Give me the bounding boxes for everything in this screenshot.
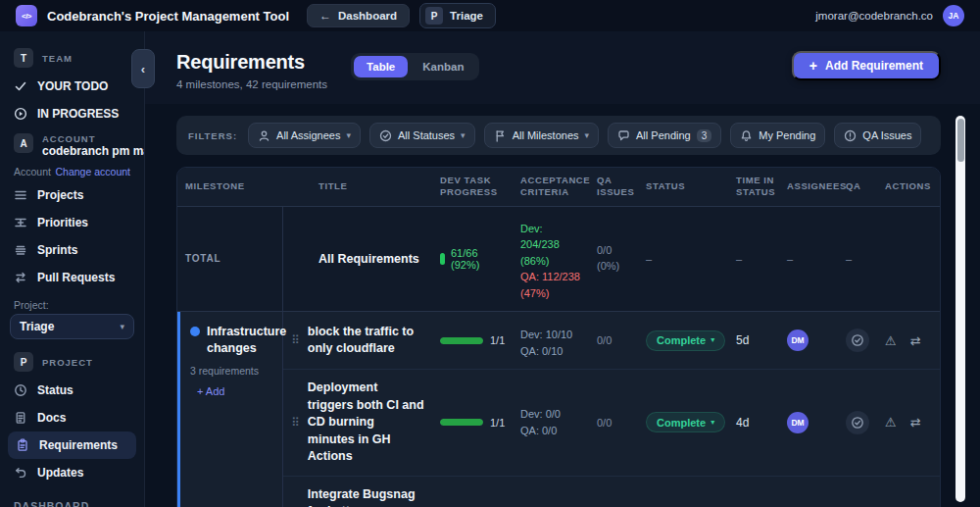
filter-all-statuses[interactable]: All Statuses ▾ <box>369 123 475 148</box>
view-toggle: Table Kanban <box>351 53 479 80</box>
requirement-title[interactable]: Integrate Bugsnag for better debugging a… <box>308 486 424 507</box>
filter-all-milestones[interactable]: All Milestones ▾ <box>484 123 599 148</box>
table-row[interactable]: ⠿ block the traffic to only cloudflare 1… <box>283 312 940 370</box>
triage-button[interactable]: P Triage <box>419 3 496 28</box>
status-badge[interactable]: Complete ▾ <box>646 330 725 351</box>
scrollbar-thumb[interactable] <box>957 119 964 162</box>
assignee-avatar[interactable]: DM <box>787 330 808 351</box>
col-header-status: STATUS <box>638 168 728 206</box>
qa-issues-value: 0/0 <box>589 477 638 507</box>
col-header-actions: ACTIONS <box>877 168 940 206</box>
project-select[interactable]: Triage ▾ <box>10 314 134 339</box>
sidebar-item-priorities[interactable]: Priorities <box>0 209 144 236</box>
app-title: Codebranch's Project Management Tool <box>47 9 289 24</box>
alert-action-icon[interactable]: ⚠ <box>885 416 897 429</box>
kanban-view-button[interactable]: Kanban <box>410 56 476 77</box>
filter-all-pending[interactable]: All Pending 3 <box>608 123 721 148</box>
total-title: All Requirements <box>318 252 419 266</box>
sidebar-item-label: Priorities <box>37 216 88 229</box>
account-block[interactable]: A ACCOUNT codebranch pm man... <box>0 127 144 160</box>
clock-icon <box>14 383 27 397</box>
filters-label: FILTERS: <box>188 130 237 141</box>
project-section-label: PROJECT <box>42 357 93 368</box>
filter-label: My Pending <box>759 129 815 141</box>
chevron-down-icon: ▾ <box>710 419 714 427</box>
drag-handle-icon[interactable]: ⠿ <box>291 416 300 430</box>
sidebar-item-projects[interactable]: Projects <box>0 181 144 209</box>
sidebar-item-docs[interactable]: Docs <box>0 404 144 431</box>
transfer-action-icon[interactable]: ⇄ <box>910 334 921 347</box>
total-time-dash: – <box>728 207 779 312</box>
sidebar-item-your-todo[interactable]: YOUR TODO <box>0 73 144 100</box>
transfer-action-icon[interactable]: ⇄ <box>910 416 921 429</box>
chevron-left-icon: ‹ <box>141 62 145 76</box>
sidebar-collapse-button[interactable]: ‹ <box>131 49 155 88</box>
account-section-label: ACCOUNT <box>42 133 145 144</box>
filter-all-assignees[interactable]: All Assignees ▾ <box>248 123 361 148</box>
time-in-status: 6d <box>728 477 779 507</box>
sidebar-item-requirements[interactable]: Requirements <box>8 431 136 459</box>
filter-label: All Milestones <box>513 129 579 141</box>
filter-qa-issues[interactable]: QA Issues <box>834 123 921 148</box>
sidebar-item-status[interactable]: Status <box>0 377 144 404</box>
sidebar-item-updates[interactable]: Updates <box>0 459 144 486</box>
sidebar-item-label: Sprints <box>37 243 77 257</box>
milestone-cell: Infrastructure changes 3 requirements + … <box>180 312 283 507</box>
add-requirement-button[interactable]: + Add Requirement <box>792 51 941 80</box>
alert-action-icon[interactable]: ⚠ <box>885 334 897 347</box>
requirement-title[interactable]: Deployment triggers both CI and CD burni… <box>308 380 424 466</box>
sidebar-item-label: IN PROGRESS <box>37 107 119 121</box>
total-qa-issues: 0/0 (0%) <box>589 207 638 312</box>
filter-label: All Pending <box>636 129 691 141</box>
acceptance-qa: QA: 0/10 <box>520 343 581 360</box>
col-header-time: TIME IN STATUS <box>728 168 779 206</box>
sidebar-item-label: YOUR TODO <box>37 79 108 93</box>
project-section-header: P PROJECT <box>0 347 144 377</box>
pending-count-badge: 3 <box>697 129 712 142</box>
time-in-status: 5d <box>728 312 779 369</box>
sidebar-item-pull-requests[interactable]: Pull Requests <box>0 264 144 291</box>
change-account-link[interactable]: Change account <box>56 166 130 177</box>
content-panel: FILTERS: All Assignees ▾ All Statuses ▾ … <box>145 104 980 507</box>
milestone-add-button[interactable]: + Add <box>190 385 274 397</box>
qa-issues-value: 0/0 <box>589 312 638 369</box>
bell-icon <box>740 129 753 142</box>
acceptance-dev: Dev: 10/10 <box>520 327 581 343</box>
pull-requests-icon <box>14 271 27 284</box>
requirement-title[interactable]: block the traffic to only cloudflare <box>308 324 424 358</box>
user-avatar[interactable]: JA <box>943 5 964 26</box>
drag-handle-icon[interactable]: ⠿ <box>291 333 300 347</box>
total-qa-dash: – <box>838 207 877 312</box>
milestone-group: Infrastructure changes 3 requirements + … <box>177 312 940 507</box>
total-row: TOTAL All Requirements 61/66 (92%) Dev: … <box>177 207 940 313</box>
team-badge: T <box>14 48 33 68</box>
chevron-down-icon: ▾ <box>710 336 714 344</box>
assignee-avatar[interactable]: DM <box>787 412 808 433</box>
status-label: Complete <box>657 417 706 429</box>
sidebar-item-sprints[interactable]: Sprints <box>0 236 144 264</box>
page-title: Requirements <box>176 51 327 74</box>
total-status-dash: – <box>638 207 728 312</box>
filter-my-pending[interactable]: My Pending <box>730 123 825 148</box>
milestone-name[interactable]: Infrastructure changes <box>207 324 286 357</box>
main-content: Requirements 4 milestones, 42 requiremen… <box>145 31 980 507</box>
add-requirement-label: Add Requirement <box>825 59 923 73</box>
status-badge[interactable]: Complete ▾ <box>646 412 725 432</box>
progress-label: 1/1 <box>490 417 505 429</box>
col-header-qa: QA <box>838 168 877 206</box>
sidebar-item-in-progress[interactable]: IN PROGRESS <box>0 100 144 127</box>
acceptance-qa: QA: 0/0 <box>520 423 557 439</box>
status-label: Complete <box>657 334 706 346</box>
play-circle-icon <box>14 107 27 121</box>
vertical-scrollbar[interactable] <box>956 116 965 502</box>
qa-check-button[interactable] <box>846 329 869 352</box>
progress-label: 1/1 <box>490 334 505 346</box>
table-row[interactable]: ⠿ Integrate Bugsnag for better debugging… <box>283 477 940 507</box>
qa-check-button[interactable] <box>846 411 869 434</box>
progress-bar <box>440 419 483 426</box>
table-row[interactable]: ⠿ Deployment triggers both CI and CD bur… <box>283 370 940 477</box>
dashboard-button[interactable]: ← Dashboard <box>307 4 410 27</box>
account-badge: A <box>14 133 33 153</box>
back-arrow-icon: ← <box>319 9 331 23</box>
table-view-button[interactable]: Table <box>354 56 408 77</box>
